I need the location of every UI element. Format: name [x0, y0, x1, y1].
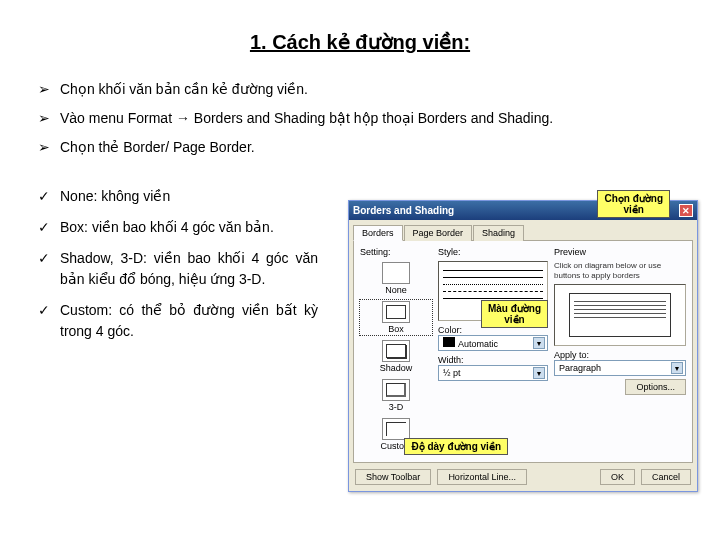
step-item: Chọn thẻ Border/ Page Border.: [38, 137, 682, 158]
setting-3d-label: 3-D: [389, 402, 404, 412]
apply-to-label: Apply to:: [554, 350, 686, 360]
option-item: None: không viền: [38, 186, 318, 207]
none-icon: [382, 262, 410, 284]
setting-shadow-label: Shadow: [380, 363, 413, 373]
option-item: Custom: có thể bỏ đường viền bất kỳ tron…: [38, 300, 318, 342]
ok-button[interactable]: OK: [600, 469, 635, 485]
preview-diagram[interactable]: [554, 284, 686, 346]
options-button[interactable]: Options...: [625, 379, 686, 395]
steps-list: Chọn khối văn bản cần kẻ đường viền. Vào…: [38, 79, 682, 158]
color-swatch-icon: [443, 337, 455, 347]
style-heading: Style:: [438, 247, 548, 257]
width-label: Width:: [438, 355, 548, 365]
tab-page-border[interactable]: Page Border: [404, 225, 473, 241]
tab-shading[interactable]: Shading: [473, 225, 524, 241]
options-list: None: không viền Box: viền bao khối 4 gó…: [38, 186, 318, 342]
page-title: 1. Cách kẻ đường viền:: [0, 30, 720, 54]
threed-icon: [382, 379, 410, 401]
chevron-down-icon: ▼: [533, 337, 545, 349]
option-item: Shadow, 3-D: viền bao khối 4 góc văn bản…: [38, 248, 318, 290]
apply-to-dropdown[interactable]: Paragraph ▼: [554, 360, 686, 376]
step-item: Chọn khối văn bản cần kẻ đường viền.: [38, 79, 682, 100]
dialog-tabs: Borders Page Border Shading: [353, 224, 693, 241]
style-column: Style: Color: Automatic ▼ Width: ½ pt ▼: [438, 247, 548, 456]
tab-borders[interactable]: Borders: [353, 225, 403, 241]
preview-hint: Click on diagram below or use buttons to…: [554, 261, 686, 280]
borders-shading-dialog: Borders and Shading ✕ Borders Page Borde…: [348, 200, 698, 492]
box-icon: [382, 301, 410, 323]
preview-column: Preview Click on diagram below or use bu…: [554, 247, 686, 456]
preview-heading: Preview: [554, 247, 686, 257]
setting-none-label: None: [385, 285, 407, 295]
setting-column: Setting: None Box Shadow 3-D Custom: [360, 247, 432, 456]
close-icon[interactable]: ✕: [679, 204, 693, 217]
setting-heading: Setting:: [360, 247, 432, 257]
color-dropdown[interactable]: Automatic ▼: [438, 335, 548, 351]
callout-choose-border: Chọn đường viền: [597, 190, 670, 218]
chevron-down-icon: ▼: [533, 367, 545, 379]
option-item: Box: viền bao khối 4 góc văn bản.: [38, 217, 318, 238]
callout-border-width: Độ dày đường viền: [404, 438, 508, 455]
setting-3d[interactable]: 3-D: [360, 378, 432, 413]
dialog-title: Borders and Shading: [353, 205, 454, 216]
custom-icon: [382, 418, 410, 440]
setting-box[interactable]: Box: [360, 300, 432, 335]
width-dropdown[interactable]: ½ pt ▼: [438, 365, 548, 381]
chevron-down-icon: ▼: [671, 362, 683, 374]
setting-none[interactable]: None: [360, 261, 432, 296]
step-item: Vào menu Format → Borders and Shading bậ…: [38, 108, 682, 129]
shadow-icon: [382, 340, 410, 362]
cancel-button[interactable]: Cancel: [641, 469, 691, 485]
setting-shadow[interactable]: Shadow: [360, 339, 432, 374]
setting-box-label: Box: [388, 324, 404, 334]
callout-border-color: Màu đường viền: [481, 300, 548, 328]
show-toolbar-button[interactable]: Show Toolbar: [355, 469, 431, 485]
horizontal-line-button[interactable]: Horizontal Line...: [437, 469, 527, 485]
